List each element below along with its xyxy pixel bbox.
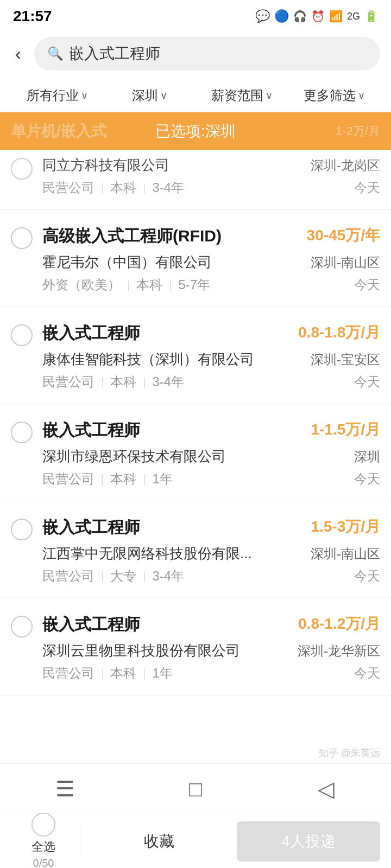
menu-icon: ☰ [55,776,75,801]
search-bar: ‹ 🔍 嵌入式工程师 [0,30,391,79]
job-meta-5: 民营公司 | 本科 | 1年 [42,665,173,682]
job-meta-1: 外资（欧美） | 本科 | 5-7年 [42,276,210,293]
job-meta-2: 民营公司 | 本科 | 3-4年 [42,373,184,391]
alarm-icon: ⏰ [311,10,325,23]
chevron-down-icon: ∨ [81,90,88,101]
watermark: 知乎 @朱英远 [319,746,380,760]
job-list: 同立方科技有限公司 深圳-龙岗区 民营公司 | 本科 | 3-4年 今天 高级嵌… [0,150,391,804]
job-location-0: 深圳-龙岗区 [311,157,380,174]
job-title-1: 高级嵌入式工程师(RFID) [42,225,222,247]
job-title-3: 嵌入式工程师 [42,419,140,442]
job-company-3: 深圳市绿恩环保技术有限公司 [42,447,226,466]
search-icon: 🔍 [47,46,64,61]
job-location-4: 深圳-南山区 [311,545,380,563]
status-bar: 21:57 💬 🔵 🎧 ⏰ 📶 2G 🔋 [0,0,391,30]
job-item-3[interactable]: 嵌入式工程师 1-1.5万/月 深圳市绿恩环保技术有限公司 深圳 民营公司 | … [0,404,391,501]
job-item-2[interactable]: 嵌入式工程师 0.8-1.8万/月 康体佳智能科技（深圳）有限公司 深圳-宝安区… [0,307,391,404]
job-content-1: 高级嵌入式工程师(RFID) 30-45万/年 霍尼韦尔（中国）有限公司 深圳-… [42,225,380,293]
cloud-icon: 🔵 [274,9,289,23]
job-company-0: 同立方科技有限公司 [42,156,169,175]
job-salary-5: 0.8-1.2万/月 [298,614,380,634]
job-location-2: 深圳-宝安区 [311,351,380,368]
back-icon: ◁ [318,776,335,801]
job-title-5: 嵌入式工程师 [42,614,140,636]
job-content-4: 嵌入式工程师 1.5-3万/月 江西掌中无限网络科技股份有限... 深圳-南山区… [42,516,380,585]
filter-industry[interactable]: 所有行业 ∨ [11,87,103,104]
nav-bar: ☰ □ ◁ [0,763,391,814]
job-time-2: 今天 [354,373,380,391]
job-location-3: 深圳 [354,448,380,465]
chevron-down-icon: ∨ [358,90,365,101]
select-all-label: 全选 [31,839,55,855]
job-time-0: 今天 [354,179,380,196]
signal-icon: 2G [347,11,360,22]
job-meta-4: 民营公司 | 大专 | 3-4年 [42,567,184,585]
job-checkbox-3[interactable] [11,422,33,443]
battery-icon: 🔋 [364,10,378,23]
job-item-1[interactable]: 高级嵌入式工程师(RFID) 30-45万/年 霍尼韦尔（中国）有限公司 深圳-… [0,210,391,307]
job-meta-0: 民营公司 | 本科 | 3-4年 [42,179,184,196]
headphone-icon: 🎧 [293,10,307,23]
job-content-5: 嵌入式工程师 0.8-1.2万/月 深圳云里物里科技股份有限公司 深圳-龙华新区… [42,614,380,682]
nav-home-button[interactable]: □ [174,773,217,805]
selected-tag-banner[interactable]: 单片机/嵌入式 已选项:深圳 1-2万/月 [0,112,391,150]
filter-salary[interactable]: 薪资范围 ∨ [195,87,288,104]
job-time-3: 今天 [354,470,380,488]
job-salary-1: 30-45万/年 [307,225,380,246]
filter-city-label: 深圳 [132,87,158,104]
job-company-2: 康体佳智能科技（深圳）有限公司 [42,350,254,369]
select-all-area[interactable]: 全选 0/50 [11,813,76,868]
job-salary-4: 1.5-3万/月 [311,516,380,537]
status-icons: 💬 🔵 🎧 ⏰ 📶 2G 🔋 [255,9,378,23]
job-checkbox-0[interactable] [11,158,33,180]
job-location-1: 深圳-南山区 [311,254,380,271]
filter-city[interactable]: 深圳 ∨ [103,87,195,104]
select-count: 0/50 [33,857,54,868]
action-button[interactable]: 4人投递 [237,821,381,861]
job-company-5: 深圳云里物里科技股份有限公司 [42,641,240,660]
nav-back-button[interactable]: ◁ [304,773,348,805]
job-time-4: 今天 [354,567,380,585]
job-company-4: 江西掌中无限网络科技股份有限... [42,544,252,563]
chevron-down-icon: ∨ [160,90,167,101]
job-title-4: 嵌入式工程师 [42,516,140,539]
filter-more-label: 更多筛选 [304,87,356,104]
job-time-5: 今天 [354,665,380,682]
job-item-5[interactable]: 嵌入式工程师 0.8-1.2万/月 深圳云里物里科技股份有限公司 深圳-龙华新区… [0,598,391,695]
job-checkbox-4[interactable] [11,519,33,540]
job-time-1: 今天 [354,276,380,293]
job-checkbox-1[interactable] [11,227,33,249]
bottom-bar: 全选 0/50 收藏 4人投递 [0,814,391,868]
collect-button[interactable]: 收藏 [87,822,231,860]
job-meta-3: 民营公司 | 本科 | 1年 [42,470,173,488]
filter-bar: 所有行业 ∨ 深圳 ∨ 薪资范围 ∨ 更多筛选 ∨ [0,79,391,112]
filter-salary-label: 薪资范围 [211,87,263,104]
banner-center-text: 已选项:深圳 [13,121,378,142]
search-input[interactable]: 嵌入式工程师 [69,43,160,64]
job-company-1: 霍尼韦尔（中国）有限公司 [42,253,212,272]
job-item-0[interactable]: 同立方科技有限公司 深圳-龙岗区 民营公司 | 本科 | 3-4年 今天 [0,150,391,210]
filter-more[interactable]: 更多筛选 ∨ [288,87,380,104]
job-content-2: 嵌入式工程师 0.8-1.8万/月 康体佳智能科技（深圳）有限公司 深圳-宝安区… [42,322,380,391]
status-time: 21:57 [13,8,52,25]
job-location-5: 深圳-龙华新区 [298,642,380,660]
search-input-wrap[interactable]: 🔍 嵌入式工程师 [34,37,380,71]
nav-menu-button[interactable]: ☰ [43,773,87,805]
job-checkbox-2[interactable] [11,324,33,346]
job-salary-3: 1-1.5万/月 [311,419,380,440]
job-item-4[interactable]: 嵌入式工程师 1.5-3万/月 江西掌中无限网络科技股份有限... 深圳-南山区… [0,501,391,598]
job-content-3: 嵌入式工程师 1-1.5万/月 深圳市绿恩环保技术有限公司 深圳 民营公司 | … [42,419,380,488]
back-button[interactable]: ‹ [11,42,26,66]
select-all-checkbox[interactable] [31,813,55,837]
chevron-down-icon: ∨ [266,90,273,101]
bottom-divider [81,825,82,858]
home-icon: □ [189,777,202,801]
job-salary-2: 0.8-1.8万/月 [298,322,380,343]
job-checkbox-5[interactable] [11,616,33,637]
job-content-0: 同立方科技有限公司 深圳-龙岗区 民营公司 | 本科 | 3-4年 今天 [42,156,380,196]
wifi-icon: 📶 [329,10,343,23]
message-icon: 💬 [255,9,270,23]
job-title-2: 嵌入式工程师 [42,322,140,344]
filter-industry-label: 所有行业 [27,87,79,104]
